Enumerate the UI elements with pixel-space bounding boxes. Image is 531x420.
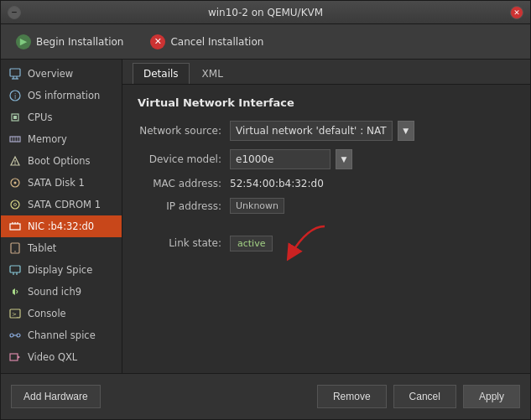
video-icon xyxy=(8,350,23,365)
sidebar-item-sata-disk1[interactable]: SATA Disk 1 xyxy=(1,172,122,194)
window-title: win10-2 on QEMU/KVM xyxy=(21,7,510,18)
sidebar-item-cpus[interactable]: CPUs xyxy=(1,106,122,128)
sidebar-item-video-qxl[interactable]: Video QXL xyxy=(1,346,122,368)
console-icon: >_ xyxy=(8,306,23,321)
mac-value: 52:54:00:b4:32:d0 xyxy=(230,178,324,189)
sidebar-item-overview[interactable]: Overview xyxy=(1,63,122,85)
svg-line-29 xyxy=(17,290,18,292)
svg-point-34 xyxy=(17,334,20,337)
sidebar-item-boot-label: Boot Options xyxy=(28,155,91,167)
sound-icon xyxy=(8,284,23,299)
device-model-arrow[interactable]: ▼ xyxy=(336,149,352,169)
apply-button[interactable]: Apply xyxy=(463,385,520,408)
detail-panel: Virtual Network Interface Network source… xyxy=(122,85,530,373)
main-window: ─ win10-2 on QEMU/KVM ✕ ▶ Begin Installa… xyxy=(0,0,531,420)
titlebar: ─ win10-2 on QEMU/KVM ✕ xyxy=(1,1,530,24)
mac-address-row: MAC address: 52:54:00:b4:32:d0 xyxy=(138,178,515,189)
display-icon xyxy=(8,262,23,277)
tab-xml[interactable]: XML xyxy=(191,63,234,84)
cancel-installation-button[interactable]: ✕ Cancel Installation xyxy=(143,31,270,53)
titlebar-controls: ✕ xyxy=(510,6,523,19)
network-source-label: Network source: xyxy=(138,125,230,137)
svg-point-17 xyxy=(11,200,19,209)
section-title: Virtual Network Interface xyxy=(138,96,515,109)
sidebar-item-channel-spice[interactable]: Channel spice xyxy=(1,324,122,346)
boot-icon xyxy=(8,153,23,169)
add-hardware-button[interactable]: Add Hardware xyxy=(11,385,101,408)
link-state-label: Link state: xyxy=(138,237,230,249)
sidebar-item-sound-label: Sound ich9 xyxy=(28,286,81,298)
titlebar-left: ─ xyxy=(8,6,21,19)
cancel-icon: ✕ xyxy=(150,34,165,49)
network-source-value: Virtual network 'default' : NAT ▼ xyxy=(230,121,414,141)
svg-marker-28 xyxy=(13,288,15,295)
disk-icon xyxy=(8,175,23,190)
bottom-bar: Add Hardware Remove Cancel Apply xyxy=(1,373,530,419)
sidebar-item-sound-ich9[interactable]: Sound ich9 xyxy=(1,281,122,303)
svg-line-30 xyxy=(17,292,18,293)
action-buttons: Remove Cancel Apply xyxy=(317,385,520,408)
tabs: Details XML xyxy=(122,60,530,85)
svg-text:i: i xyxy=(14,93,16,101)
sidebar-item-os-info[interactable]: i OS information xyxy=(1,85,122,106)
svg-rect-25 xyxy=(10,266,20,272)
tab-details[interactable]: Details xyxy=(133,63,190,84)
sidebar-item-console-label: Console xyxy=(28,308,66,319)
sidebar-item-os-label: OS information xyxy=(28,90,100,101)
mac-label: MAC address: xyxy=(138,178,230,189)
svg-point-14 xyxy=(14,163,16,165)
monitor-icon xyxy=(8,66,23,81)
cancel-label: Cancel Installation xyxy=(170,36,263,48)
ip-label: IP address: xyxy=(138,200,230,212)
sidebar-item-boot-options[interactable]: Boot Options xyxy=(1,150,122,172)
svg-text:>_: >_ xyxy=(12,311,20,318)
sidebar-item-sata-cdrom1[interactable]: SATA CDROM 1 xyxy=(1,194,122,215)
close-button[interactable]: ✕ xyxy=(510,6,523,19)
sidebar-item-channel-label: Channel spice xyxy=(28,329,96,341)
begin-icon: ▶ xyxy=(16,34,31,49)
sidebar-item-cpus-label: CPUs xyxy=(28,111,52,123)
svg-rect-36 xyxy=(10,354,18,360)
minimize-button[interactable]: ─ xyxy=(8,6,21,19)
sidebar-item-nic[interactable]: NIC :b4:32:d0 xyxy=(1,215,122,237)
device-model-value: e1000e ▼ xyxy=(230,149,352,169)
content-area: Details XML Virtual Network Interface Ne… xyxy=(122,60,530,373)
mac-text: 52:54:00:b4:32:d0 xyxy=(230,178,324,189)
sidebar-item-sata-cdrom1-label: SATA CDROM 1 xyxy=(28,199,101,210)
sidebar: Overview i OS information CPUs xyxy=(1,60,122,373)
arrow-annotation xyxy=(283,222,333,264)
sidebar-item-tablet-label: Tablet xyxy=(28,242,56,254)
tablet-icon xyxy=(8,241,23,256)
begin-installation-button[interactable]: ▶ Begin Installation xyxy=(9,31,130,53)
device-model-select[interactable]: e1000e xyxy=(230,149,331,169)
link-state-row: Link state: active xyxy=(138,222,515,264)
begin-label: Begin Installation xyxy=(36,36,123,48)
sidebar-item-nic-label: NIC :b4:32:d0 xyxy=(28,220,94,232)
sidebar-item-overview-label: Overview xyxy=(28,68,73,80)
cpu-icon xyxy=(8,110,23,125)
ip-unknown-btn[interactable]: Unknown xyxy=(230,198,284,214)
channel-icon xyxy=(8,328,23,343)
sidebar-item-display-label: Display Spice xyxy=(28,264,92,276)
main-content: Overview i OS information CPUs xyxy=(1,60,530,373)
remove-button[interactable]: Remove xyxy=(317,385,387,408)
sidebar-item-sata-disk1-label: SATA Disk 1 xyxy=(28,177,85,189)
sidebar-item-memory[interactable]: Memory xyxy=(1,128,122,150)
svg-point-24 xyxy=(14,251,16,252)
sidebar-item-console[interactable]: >_ Console xyxy=(1,303,122,324)
cdrom-icon xyxy=(8,197,23,212)
info-icon: i xyxy=(8,88,23,103)
toolbar: ▶ Begin Installation ✕ Cancel Installati… xyxy=(1,24,530,60)
network-source-arrow[interactable]: ▼ xyxy=(398,121,414,141)
cancel-button[interactable]: Cancel xyxy=(393,385,456,408)
sidebar-item-display-spice[interactable]: Display Spice xyxy=(1,259,122,281)
device-model-row: Device model: e1000e ▼ xyxy=(138,149,515,169)
sidebar-item-tablet[interactable]: Tablet xyxy=(1,237,122,259)
sidebar-item-video-label: Video QXL xyxy=(28,351,77,363)
network-source-select[interactable]: Virtual network 'default' : NAT xyxy=(230,121,393,141)
nic-icon xyxy=(8,219,23,234)
svg-rect-19 xyxy=(10,224,20,230)
device-model-label: Device model: xyxy=(138,153,230,165)
svg-marker-37 xyxy=(18,355,20,359)
sidebar-item-memory-label: Memory xyxy=(28,133,67,145)
